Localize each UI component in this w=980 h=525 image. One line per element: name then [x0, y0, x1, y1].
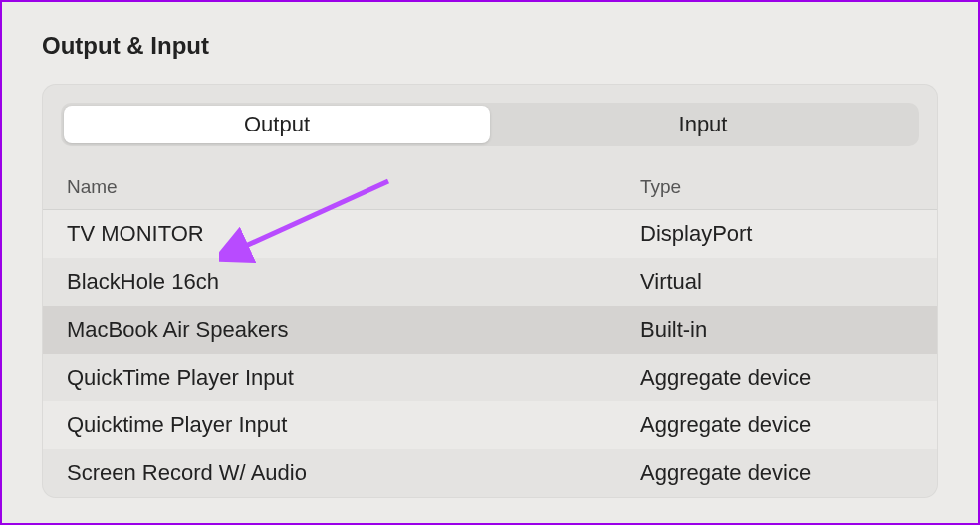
segmented-tabs: Output Input — [61, 103, 919, 146]
device-type: Virtual — [640, 269, 919, 295]
table-row[interactable]: MacBook Air Speakers Built-in — [43, 306, 937, 354]
device-type: DisplayPort — [640, 221, 919, 247]
table-row[interactable]: Screen Record W/ Audio Aggregate device — [43, 449, 937, 497]
device-type: Aggregate device — [640, 412, 919, 438]
device-type: Built-in — [640, 317, 919, 343]
device-type: Aggregate device — [640, 365, 919, 391]
device-name: MacBook Air Speakers — [61, 317, 640, 343]
sound-panel: Output Input Name Type TV MONITOR Displa… — [42, 84, 938, 498]
device-name: TV MONITOR — [61, 221, 640, 247]
table-row[interactable]: Quicktime Player Input Aggregate device — [43, 401, 937, 449]
device-name: QuickTime Player Input — [61, 365, 640, 391]
table-row[interactable]: BlackHole 16ch Virtual — [43, 258, 937, 306]
device-table: Name Type TV MONITOR DisplayPort BlackHo… — [43, 164, 937, 497]
col-type[interactable]: Type — [640, 176, 919, 198]
tab-input[interactable]: Input — [490, 106, 916, 143]
tab-output[interactable]: Output — [64, 106, 490, 143]
device-name: Screen Record W/ Audio — [61, 460, 640, 486]
device-type: Aggregate device — [640, 460, 919, 486]
section-title: Output & Input — [42, 32, 938, 60]
device-name: BlackHole 16ch — [61, 269, 640, 295]
table-row[interactable]: TV MONITOR DisplayPort — [43, 210, 937, 258]
col-name[interactable]: Name — [61, 176, 640, 198]
table-header: Name Type — [43, 164, 937, 210]
table-row[interactable]: QuickTime Player Input Aggregate device — [43, 354, 937, 401]
device-name: Quicktime Player Input — [61, 412, 640, 438]
